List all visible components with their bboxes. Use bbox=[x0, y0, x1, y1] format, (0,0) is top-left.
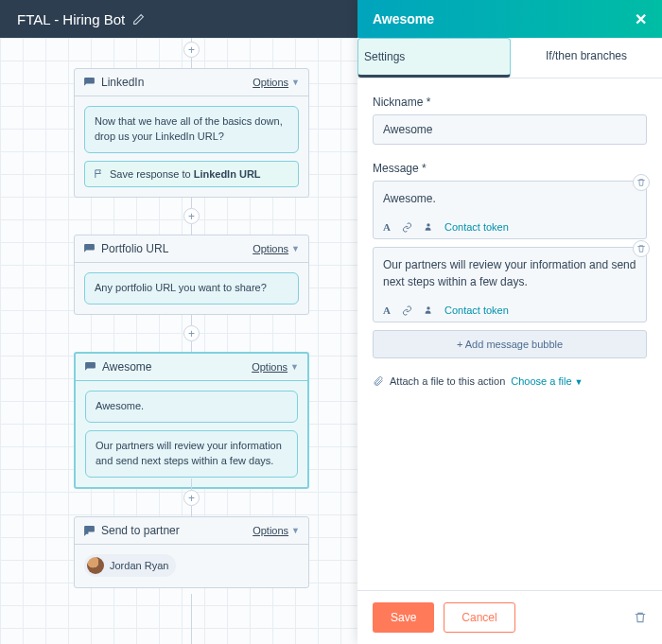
contact-token-link[interactable]: Contact token bbox=[444, 305, 509, 316]
message-icon bbox=[83, 243, 96, 255]
link-icon[interactable] bbox=[402, 222, 412, 233]
node-awesome[interactable]: Awesome Options ▼ Awesome. Our partners … bbox=[74, 352, 309, 489]
message-toolbar: A Contact token bbox=[374, 299, 646, 322]
save-button[interactable]: Save bbox=[373, 602, 434, 633]
message-icon bbox=[84, 361, 96, 374]
add-node-button[interactable]: + bbox=[183, 325, 200, 341]
node-header: Awesome Options ▼ bbox=[76, 354, 307, 381]
message-editor[interactable]: Our partners will review your informatio… bbox=[373, 247, 647, 322]
panel-footer: Save Cancel bbox=[357, 590, 662, 644]
personalize-icon[interactable] bbox=[424, 222, 433, 232]
delete-bubble-icon[interactable] bbox=[633, 240, 650, 257]
connector bbox=[191, 197, 192, 208]
message-editor[interactable]: Awesome. A Contact token bbox=[373, 181, 647, 239]
close-icon[interactable]: ✕ bbox=[635, 10, 647, 28]
personalize-icon[interactable] bbox=[424, 305, 433, 315]
avatar bbox=[87, 557, 104, 574]
font-icon[interactable]: A bbox=[383, 305, 391, 316]
chevron-down-icon: ▼ bbox=[291, 244, 300, 253]
contact-token-link[interactable]: Contact token bbox=[444, 221, 509, 233]
attachment-icon bbox=[373, 375, 384, 387]
message-bubble[interactable]: Any portfolio URL you want to share? bbox=[84, 272, 299, 305]
link-icon[interactable] bbox=[402, 305, 412, 316]
node-body: Any portfolio URL you want to share? bbox=[75, 263, 308, 314]
person-chip[interactable]: Jordan Ryan bbox=[84, 554, 176, 577]
message-bubble[interactable]: Our partners will review your informatio… bbox=[85, 430, 298, 478]
node-body: Jordan Ryan bbox=[75, 545, 308, 587]
node-header: Portfolio URL Options ▼ bbox=[75, 235, 308, 263]
panel-title: Awesome bbox=[373, 11, 434, 26]
node-send-partner[interactable]: Send to partner Options ▼ Jordan Ryan bbox=[74, 516, 309, 588]
add-node-button[interactable]: + bbox=[183, 490, 200, 506]
add-message-bubble-button[interactable]: + Add message bubble bbox=[373, 330, 647, 358]
svg-point-0 bbox=[427, 223, 429, 226]
field-message: Message * Awesome. A Contact token Our p… bbox=[373, 162, 647, 358]
flow-canvas[interactable]: + LinkedIn Options ▼ Now that we have al… bbox=[0, 38, 357, 644]
node-header: LinkedIn Options ▼ bbox=[75, 69, 308, 96]
font-icon[interactable]: A bbox=[383, 221, 391, 233]
delete-bubble-icon[interactable] bbox=[633, 174, 650, 191]
panel-body: Nickname * Message * Awesome. A Contact … bbox=[357, 78, 662, 590]
attach-file-row: Attach a file to this action Choose a fi… bbox=[373, 375, 647, 387]
svg-point-1 bbox=[427, 306, 429, 309]
node-portfolio[interactable]: Portfolio URL Options ▼ Any portfolio UR… bbox=[74, 235, 309, 315]
node-options-button[interactable]: Options bbox=[252, 361, 287, 373]
node-options-button[interactable]: Options bbox=[253, 525, 288, 536]
node-title: Portfolio URL bbox=[101, 242, 253, 255]
choose-file-link[interactable]: Choose a file ▼ bbox=[511, 375, 583, 387]
panel-tabs: Settings If/then branches bbox=[357, 38, 662, 78]
node-options-button[interactable]: Options bbox=[253, 243, 288, 254]
connector bbox=[191, 224, 192, 235]
message-bubble[interactable]: Awesome. bbox=[85, 391, 298, 423]
flag-icon bbox=[94, 168, 104, 179]
node-title: Awesome bbox=[102, 360, 252, 374]
message-icon bbox=[83, 77, 96, 89]
cancel-button[interactable]: Cancel bbox=[444, 602, 514, 633]
message-label: Message * bbox=[373, 162, 647, 175]
chevron-down-icon: ▼ bbox=[291, 526, 300, 535]
nickname-input[interactable] bbox=[373, 114, 647, 145]
node-header: Send to partner Options ▼ bbox=[75, 517, 308, 545]
connector bbox=[191, 594, 192, 644]
nickname-label: Nickname * bbox=[373, 96, 647, 109]
agent-icon bbox=[83, 525, 96, 537]
message-text[interactable]: Our partners will review your informatio… bbox=[374, 248, 646, 299]
delete-action-icon[interactable] bbox=[634, 611, 647, 624]
save-response-action[interactable]: Save response to LinkedIn URL bbox=[84, 161, 299, 187]
node-options-button[interactable]: Options bbox=[253, 77, 288, 88]
chevron-down-icon: ▼ bbox=[575, 377, 584, 387]
node-linkedin[interactable]: LinkedIn Options ▼ Now that we have all … bbox=[74, 68, 309, 198]
connector bbox=[191, 341, 192, 352]
chevron-down-icon: ▼ bbox=[291, 78, 300, 87]
node-body: Now that we have all of the basics down,… bbox=[75, 96, 308, 197]
page-title: FTAL - Hiring Bot bbox=[17, 11, 125, 27]
tab-settings[interactable]: Settings bbox=[357, 38, 511, 78]
tab-branches[interactable]: If/then branches bbox=[511, 38, 662, 78]
edit-title-icon[interactable] bbox=[132, 13, 145, 26]
chevron-down-icon: ▼ bbox=[290, 362, 299, 372]
panel-header: Awesome ✕ bbox=[357, 0, 662, 38]
connector bbox=[191, 314, 192, 325]
node-title: LinkedIn bbox=[101, 76, 253, 89]
node-title: Send to partner bbox=[101, 524, 253, 537]
add-node-button[interactable]: + bbox=[183, 42, 200, 58]
settings-panel: Awesome ✕ Settings If/then branches Nick… bbox=[357, 0, 662, 644]
connector bbox=[191, 58, 192, 68]
message-text[interactable]: Awesome. bbox=[374, 182, 646, 216]
message-toolbar: A Contact token bbox=[374, 216, 646, 238]
action-text: Save response to LinkedIn URL bbox=[110, 168, 261, 180]
connector bbox=[191, 506, 192, 516]
attach-label: Attach a file to this action bbox=[390, 375, 505, 387]
node-body: Awesome. Our partners will review your i… bbox=[76, 381, 307, 487]
person-name: Jordan Ryan bbox=[110, 560, 168, 571]
add-node-button[interactable]: + bbox=[183, 208, 200, 224]
connector bbox=[191, 479, 192, 490]
field-nickname: Nickname * bbox=[373, 96, 647, 145]
message-bubble[interactable]: Now that we have all of the basics down,… bbox=[84, 106, 299, 153]
